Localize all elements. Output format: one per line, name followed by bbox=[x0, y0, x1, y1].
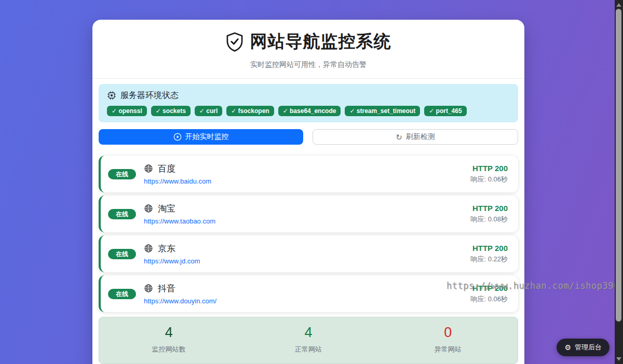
cpu-chip-icon bbox=[107, 91, 116, 100]
site-card-taobao: 在线 淘宝 https://www.taobao.com bbox=[99, 195, 518, 232]
scrollbar-up-arrow-icon[interactable] bbox=[616, 3, 621, 7]
site-list: 在线 百度 https://www.baidu.com bbox=[99, 156, 518, 312]
globe-icon bbox=[144, 244, 153, 253]
stat-total-label: 监控网站数 bbox=[99, 345, 239, 354]
env-badge-fsockopen: ✓ fsockopen bbox=[226, 106, 274, 116]
env-badge-sockets: ✓ sockets bbox=[151, 106, 191, 116]
refresh-check-button[interactable]: ↻ 刷新检测 bbox=[313, 129, 518, 145]
page-title: 网站导航监控系统 bbox=[250, 30, 391, 53]
site-card-jd: 在线 京东 https://www.jd.com bbox=[99, 235, 518, 272]
site-card-douyin: 在线 抖音 https://www.douyin.com/ bbox=[99, 275, 518, 312]
response-time: 响应: 0.06秒 bbox=[470, 175, 508, 184]
gear-icon: ⚙ bbox=[564, 344, 571, 351]
globe-icon bbox=[144, 284, 153, 293]
env-badge-openssl: ✓ openssl bbox=[107, 106, 147, 116]
stat-error-label: 异常网站 bbox=[378, 345, 518, 354]
response-time: 响应: 0.06秒 bbox=[470, 295, 508, 304]
env-badge-stream-set-timeout: ✓ stream_set_timeout bbox=[345, 106, 420, 116]
admin-panel-label: 管理后台 bbox=[575, 343, 602, 352]
status-badge: 在线 bbox=[108, 169, 136, 179]
site-card-baidu: 在线 百度 https://www.baidu.com bbox=[99, 156, 518, 192]
shield-check-icon bbox=[226, 32, 243, 52]
scrollbar-thumb[interactable] bbox=[616, 9, 621, 321]
stat-normal-sites: 4 正常网站 bbox=[239, 325, 378, 354]
action-bar: 开始实时监控 ↻ 刷新检测 bbox=[99, 129, 518, 145]
refresh-check-label: 刷新检测 bbox=[406, 132, 435, 142]
site-name: 百度 bbox=[158, 163, 175, 175]
site-name: 淘宝 bbox=[158, 203, 175, 215]
summary-panel: 4 监控网站数 4 正常网站 0 异常网站 bbox=[99, 317, 518, 364]
stat-normal-value: 4 bbox=[239, 325, 378, 341]
scrollbar-down-arrow-icon[interactable] bbox=[616, 357, 621, 361]
site-url-link[interactable]: https://www.baidu.com bbox=[144, 177, 211, 185]
env-panel-title: 服务器环境状态 bbox=[120, 90, 179, 101]
http-status: HTTP 200 bbox=[470, 164, 508, 173]
globe-icon bbox=[144, 204, 153, 213]
stat-error-value: 0 bbox=[378, 325, 518, 341]
response-time: 响应: 0.08秒 bbox=[470, 215, 508, 224]
env-badge-base64-encode: ✓ base64_encode bbox=[278, 106, 341, 116]
site-name: 抖音 bbox=[158, 283, 175, 295]
site-name: 京东 bbox=[158, 243, 175, 255]
response-time: 响应: 0.22秒 bbox=[470, 255, 508, 264]
stat-normal-label: 正常网站 bbox=[239, 345, 378, 354]
status-badge: 在线 bbox=[108, 209, 136, 219]
status-badge: 在线 bbox=[108, 289, 136, 299]
env-badge-curl: ✓ curl bbox=[195, 106, 222, 116]
http-status: HTTP 200 bbox=[470, 284, 508, 292]
page-header: 网站导航监控系统 实时监控网站可用性，异常自动告警 bbox=[92, 20, 524, 79]
stat-error-sites: 0 异常网站 bbox=[378, 325, 518, 354]
page-subtitle: 实时监控网站可用性，异常自动告警 bbox=[92, 60, 524, 69]
content: 服务器环境状态 ✓ openssl ✓ sockets ✓ curl ✓ fso… bbox=[92, 79, 524, 364]
globe-icon bbox=[144, 164, 153, 173]
site-url-link[interactable]: https://www.taobao.com bbox=[144, 217, 215, 225]
admin-panel-button[interactable]: ⚙ 管理后台 bbox=[557, 339, 610, 356]
site-url-link[interactable]: https://www.jd.com bbox=[144, 257, 200, 265]
start-monitor-label: 开始实时监控 bbox=[185, 132, 229, 142]
server-env-panel: 服务器环境状态 ✓ openssl ✓ sockets ✓ curl ✓ fso… bbox=[99, 84, 518, 122]
status-badge: 在线 bbox=[108, 249, 136, 259]
stat-total-sites: 4 监控网站数 bbox=[99, 325, 239, 354]
env-badge-port-465: ✓ port_465 bbox=[424, 106, 466, 116]
env-badge-list: ✓ openssl ✓ sockets ✓ curl ✓ fsockopen ✓… bbox=[107, 106, 510, 116]
site-url-link[interactable]: https://www.douyin.com/ bbox=[144, 297, 216, 305]
main-panel: 网站导航监控系统 实时监控网站可用性，异常自动告警 服务器环境状态 bbox=[92, 20, 524, 364]
http-status: HTTP 200 bbox=[470, 204, 508, 213]
start-monitor-button[interactable]: 开始实时监控 bbox=[99, 129, 303, 145]
scrollbar[interactable] bbox=[615, 0, 623, 364]
stat-total-value: 4 bbox=[99, 325, 239, 341]
refresh-icon: ↻ bbox=[396, 133, 402, 141]
play-circle-icon bbox=[173, 133, 182, 141]
http-status: HTTP 200 bbox=[470, 244, 508, 253]
